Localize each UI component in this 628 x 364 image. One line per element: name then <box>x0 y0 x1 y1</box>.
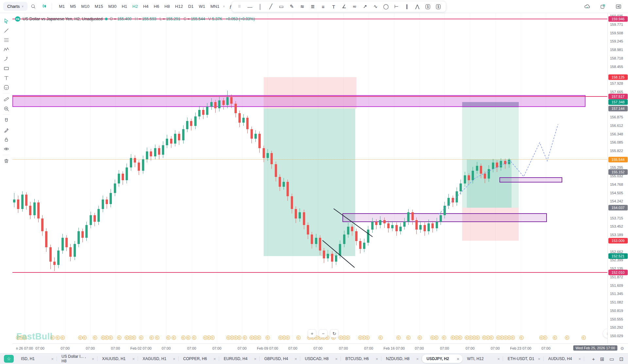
economic-event-icon[interactable]: C <box>543 336 547 340</box>
zoom-out-button[interactable]: − <box>319 329 327 338</box>
text-tool-icon[interactable] <box>1 73 11 83</box>
timeframe-h12[interactable]: H12 <box>173 2 185 10</box>
fib-channel-tool-icon[interactable]: ≡ <box>318 2 328 11</box>
close-tab-icon[interactable]: × <box>92 356 94 361</box>
tab-isd-h1[interactable]: ISD, H1× <box>16 355 57 363</box>
economic-event-icon[interactable]: C <box>458 336 462 340</box>
search-button[interactable] <box>27 2 39 11</box>
close-tab-icon[interactable]: × <box>538 356 540 361</box>
text-tool-icon[interactable]: T <box>329 2 339 11</box>
economic-event-icon[interactable]: C <box>406 336 410 340</box>
reset-view-button[interactable]: ↻ <box>330 329 339 338</box>
timeframe-m30[interactable]: M30 <box>106 2 119 10</box>
close-tab-icon[interactable]: × <box>173 356 175 361</box>
price-label-tool-icon[interactable]: $ <box>423 2 433 11</box>
close-tab-icon[interactable]: × <box>375 356 378 361</box>
timeframe-h2[interactable]: H2 <box>130 2 140 10</box>
timeframe-h6[interactable]: H6 <box>151 2 162 10</box>
zoom-in-button[interactable]: + <box>308 329 316 338</box>
tab-usdcad-h8[interactable]: USDCAD, H8× <box>300 355 341 363</box>
timeframe-h4[interactable]: H4 <box>141 2 151 10</box>
tab-xauusd-h1[interactable]: XAUUSD, H1× <box>97 355 138 363</box>
trend-line-tool-icon[interactable]: ╱ <box>266 2 276 11</box>
economic-event-icon[interactable]: C <box>149 336 154 340</box>
cursor-tool-icon[interactable] <box>1 16 11 26</box>
tab-eurusd-h4[interactable]: EURUSD, H4× <box>219 355 260 363</box>
brush-tool-icon[interactable] <box>1 125 11 135</box>
horizontal-line-tool-icon[interactable]: — <box>245 2 255 11</box>
close-tab-icon[interactable]: × <box>213 356 216 361</box>
tab-usdjpy-h2[interactable]: USDJPY, H2× <box>422 355 462 363</box>
price-note-tool-icon[interactable]: $ <box>433 2 443 11</box>
economic-event-icon[interactable]: C <box>132 336 136 340</box>
horizontal-alert-line[interactable] <box>12 272 607 273</box>
economic-event-icon[interactable]: C <box>93 336 97 340</box>
lock-tool-icon[interactable] <box>1 135 11 144</box>
timeframe-m5[interactable]: M5 <box>68 2 78 10</box>
eye-tool-icon[interactable] <box>1 144 11 154</box>
economic-event-icon[interactable]: C <box>172 336 176 340</box>
economic-event-icon[interactable]: C <box>78 336 82 340</box>
economic-event-icon[interactable]: C <box>553 336 557 340</box>
collapse-panel-icon[interactable] <box>613 2 624 11</box>
timeframe-d1[interactable]: D1 <box>186 2 196 10</box>
ruler-tool-icon[interactable] <box>1 95 11 104</box>
economic-event-icon[interactable]: C <box>418 336 422 340</box>
economic-event-icon[interactable]: C <box>266 336 270 340</box>
economic-event-icon[interactable]: C <box>243 336 247 340</box>
current-price-line[interactable] <box>12 159 607 160</box>
resistance-band[interactable] <box>12 95 585 107</box>
arrow-tool-icon[interactable]: ↗ <box>360 2 370 11</box>
tab-xagusd-h1[interactable]: XAGUSD, H1× <box>138 355 179 363</box>
price-axis[interactable]: 160.035159.771159.508159.245158.981158.7… <box>607 13 628 343</box>
economic-event-icon[interactable]: C <box>117 336 121 340</box>
economic-event-icon[interactable]: C <box>565 336 569 340</box>
axis-settings-gear-icon[interactable]: ⚙ <box>620 346 624 351</box>
close-tab-icon[interactable]: × <box>335 356 338 361</box>
tab-us-dollar-i-h8[interactable]: US Dollar I... , H8× <box>57 355 97 363</box>
economic-event-icon[interactable]: C <box>82 336 87 340</box>
tab-copper-h6[interactable]: COPPER, H6× <box>179 355 219 363</box>
tab-wti-h12[interactable]: WTI, H12× <box>462 355 503 363</box>
rectangle-tool-icon[interactable]: ▭ <box>276 2 286 11</box>
economic-event-icon[interactable]: C <box>396 336 401 340</box>
economic-event-icon[interactable]: C <box>166 336 170 340</box>
timeframe-h8[interactable]: H8 <box>162 2 172 10</box>
chart-style-button[interactable] <box>39 2 50 11</box>
economic-event-icon[interactable]: C <box>186 336 190 340</box>
economic-event-icon[interactable]: C <box>519 336 524 340</box>
close-tab-icon[interactable]: × <box>294 356 297 361</box>
xabcd-pattern-tool-icon[interactable] <box>1 45 11 54</box>
minimize-bar-icon[interactable]: ▭ <box>609 356 614 362</box>
timeframes-chevron-icon[interactable]: ∨ <box>223 5 225 8</box>
timeframe-m1[interactable]: M1 <box>57 2 67 10</box>
economic-event-icon[interactable]: C <box>181 336 185 340</box>
timeframe-mn1[interactable]: MN1 <box>208 2 221 10</box>
economic-event-icon[interactable]: C <box>192 336 196 340</box>
trash-tool-icon[interactable] <box>1 156 11 165</box>
economic-event-icon[interactable]: C <box>286 336 290 340</box>
timeframe-w1[interactable]: W1 <box>197 2 208 10</box>
cloud-save-icon[interactable] <box>582 2 593 11</box>
favorites-star-button[interactable]: ☆ <box>4 355 14 363</box>
economic-event-icon[interactable]: C <box>582 336 586 340</box>
fib-retracement-tool-icon[interactable] <box>1 35 11 45</box>
drag-handle-icon[interactable]: ⠿ <box>235 2 244 11</box>
ellipse-tool-icon[interactable]: ◯ <box>381 2 391 11</box>
flat-channel-tool-icon[interactable]: ≂ <box>350 2 359 11</box>
trend-angle-tool-icon[interactable]: ∠ <box>339 2 349 11</box>
economic-event-icon[interactable]: C <box>476 336 480 340</box>
emoji-tool-icon[interactable] <box>1 83 11 92</box>
economic-event-icon[interactable]: C <box>237 336 241 340</box>
close-tab-icon[interactable]: × <box>51 356 54 361</box>
economic-event-icon[interactable]: C <box>511 336 515 340</box>
chart-area[interactable]: CCCCCCCCCCCCCCCCCCCCCCCCCCCCCCCCCCCCCCCC… <box>0 0 628 364</box>
forecast-tool-icon[interactable] <box>1 54 11 64</box>
economic-event-icon[interactable]: C <box>378 336 383 340</box>
zoom-in-tool-icon[interactable] <box>1 104 11 113</box>
minor-supply-box[interactable] <box>499 177 562 182</box>
economic-event-icon[interactable]: C <box>210 336 215 340</box>
economic-event-icon[interactable]: C <box>61 336 65 340</box>
timeframe-m15[interactable]: M15 <box>93 2 105 10</box>
symbol-legend[interactable]: FB US Dollar vs Japanese Yen, H2, Unadju… <box>15 16 255 22</box>
